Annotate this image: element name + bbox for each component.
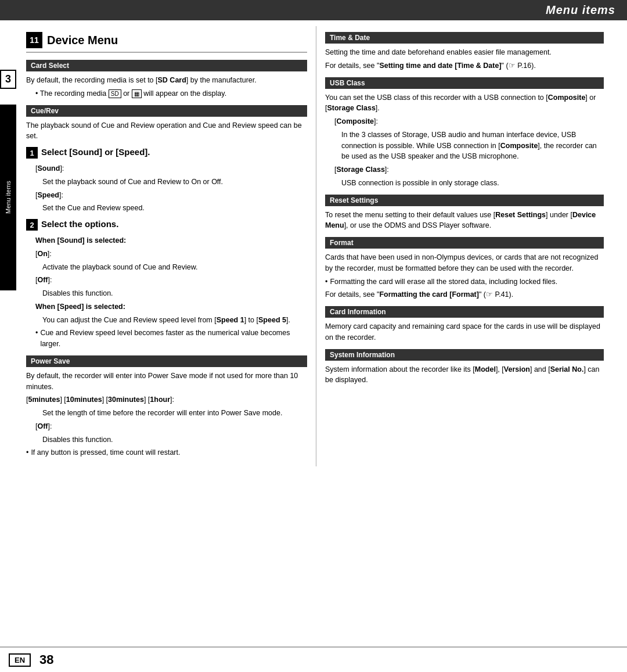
card-select-body1: By default, the recording media is set t… [26, 75, 307, 86]
step-1-number: 1 [26, 147, 38, 159]
device-menu-heading: 11 Device Menu [26, 32, 307, 53]
reset-settings-body1: To reset the menu setting to their defau… [325, 210, 604, 232]
format-header: Format [325, 237, 604, 249]
time-date-body2: For details, see "Setting time and date … [325, 60, 604, 71]
reset-settings-header: Reset Settings [325, 195, 604, 206]
step-2: 2 Select the options. [26, 218, 307, 231]
system-information-header: System Information [325, 349, 604, 361]
format-bullet1: •Formatting the card will erase all the … [325, 276, 604, 288]
power-save-body1: By default, the recorder will enter into… [26, 371, 307, 393]
step2-when-sound: When [Sound] is selected: [35, 235, 307, 246]
right-column: Time & Date Setting the time and date be… [316, 26, 612, 466]
system-information-body1: System information about the recorder li… [325, 364, 604, 386]
cue-rev-header: Cue/Rev [26, 105, 307, 117]
main-content: 11 Device Menu Card Select By default, t… [20, 20, 627, 472]
step2-speed-bullet: •Cue and Review speed level becomes fast… [35, 328, 307, 350]
card-information-header: Card Information [325, 306, 604, 318]
page-footer: EN 38 [0, 646, 627, 672]
power-save-header: Power Save [26, 355, 307, 367]
chapter-number: 3 [0, 70, 16, 89]
time-date-body1: Setting the time and date beforehand ena… [325, 47, 604, 58]
step-1: 1 Select [Sound] or [Speed]. [26, 146, 307, 159]
power-save-off-label: [Off]: [35, 421, 307, 432]
power-save-bullet1: •If any button is pressed, time count wi… [26, 447, 307, 458]
step1-speed-desc: Set the Cue and Review speed. [42, 203, 307, 214]
power-save-options-desc: Set the length of time before the record… [42, 408, 307, 419]
page-number: 38 [39, 652, 53, 667]
time-date-header: Time & Date [325, 32, 604, 44]
usb-storage-label: [Storage Class]: [334, 164, 604, 175]
step1-sound-desc: Set the playback sound of Cue and Review… [42, 177, 307, 188]
usb-composite-label: [Composite]: [334, 116, 604, 127]
card-select-header: Card Select [26, 60, 307, 71]
step-2-number: 2 [26, 219, 38, 231]
step-1-label: Select [Sound] or [Speed]. [41, 146, 150, 158]
usb-class-body1: You can set the USB class of this record… [325, 92, 604, 114]
step2-off-desc: Disables this function. [42, 288, 307, 299]
format-body1: Cards that have been used in non-Olympus… [325, 252, 604, 274]
cue-rev-body1: The playback sound of Cue and Review ope… [26, 120, 307, 142]
device-menu-title: Device Menu [47, 34, 118, 47]
step-2-label: Select the options. [41, 218, 118, 230]
card-select-bullet1: The recording media SD or ▦ will appear … [35, 88, 307, 99]
left-column: 11 Device Menu Card Select By default, t… [20, 26, 316, 466]
step2-on-label: [On]: [35, 249, 307, 260]
power-save-options: [5minutes] [10minutes] [30minutes] [1hou… [26, 394, 307, 405]
usb-class-header: USB Class [325, 77, 604, 89]
device-menu-icon: 11 [26, 32, 42, 48]
step1-sound-label: [Sound]: [35, 163, 307, 174]
usb-composite-desc: In the 3 classes of Storage, USB audio a… [341, 130, 604, 162]
card-information-body1: Memory card capacity and remaining card … [325, 321, 604, 343]
language-label: EN [9, 653, 31, 667]
side-tab-label: Menu items [0, 105, 16, 290]
step1-speed-label: [Speed]: [35, 190, 307, 201]
step2-when-speed: When [Speed] is selected: [35, 301, 307, 312]
format-body2: For details, see "Formatting the card [F… [325, 289, 604, 300]
header-title: Menu items [546, 3, 615, 16]
usb-storage-desc: USB connection is possible in only stora… [341, 178, 604, 189]
step2-off-label: [Off]: [35, 275, 307, 286]
page-header: Menu items [0, 0, 627, 20]
step2-speed-desc1: You can adjust the Cue and Review speed … [42, 315, 307, 326]
step2-on-desc: Activate the playback sound of Cue and R… [42, 262, 307, 273]
power-save-off-desc: Disables this function. [42, 434, 307, 445]
